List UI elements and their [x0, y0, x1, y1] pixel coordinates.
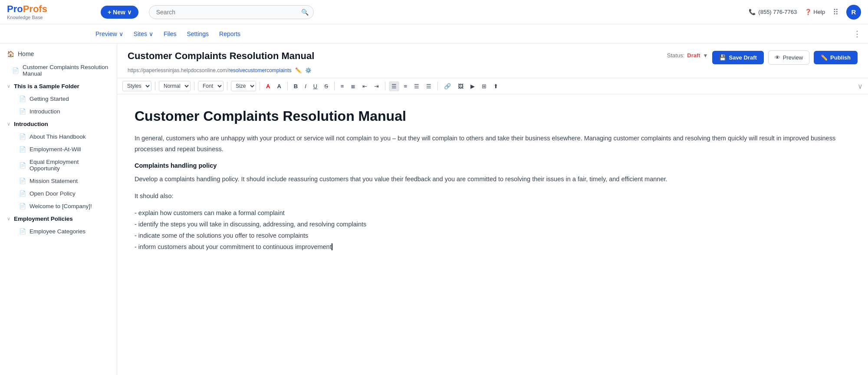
sidebar-item-employee-categories[interactable]: 📄 Employee Categories [0, 225, 117, 238]
save-icon: 💾 [719, 54, 726, 61]
section1-heading: Complaints handling policy [135, 160, 851, 171]
sidebar-item-home[interactable]: 🏠 Home [0, 47, 117, 61]
search-input[interactable] [149, 5, 314, 19]
increase-indent-button[interactable]: ⇥ [372, 81, 381, 91]
nav-sites[interactable]: Sites ∨ [134, 29, 153, 39]
search-bar: 🔍 [149, 5, 314, 19]
toolbar-divider [227, 82, 227, 90]
sidebar-item-welcome[interactable]: 📄 Welcome to [Company]! [0, 200, 117, 212]
sidebar-item-employment-policies-folder[interactable]: ∨ Employment Policies [0, 212, 117, 225]
home-icon: 🏠 [7, 50, 14, 57]
top-nav: ProProfs Knowledge Base + New ∨ 🔍 📞 (855… [0, 0, 868, 24]
sidebar-item-getting-started[interactable]: 📄 Getting Started [0, 93, 117, 105]
nav-settings[interactable]: Settings [187, 29, 209, 39]
media-button[interactable]: ▶ [468, 81, 477, 91]
styles-select[interactable]: Styles [122, 81, 151, 91]
align-justify-button[interactable]: ☰ [424, 81, 434, 91]
table-button[interactable]: ⊞ [479, 81, 489, 91]
toolbar-expand-icon[interactable]: ∨ [858, 82, 863, 90]
sidebar-item-introduction-1[interactable]: 📄 Introduction [0, 105, 117, 118]
save-draft-button[interactable]: 💾 Save Draft [712, 51, 763, 64]
new-button[interactable]: + New ∨ [101, 6, 138, 19]
toolbar-divider [437, 82, 438, 90]
doc-icon: 📄 [19, 108, 26, 115]
toolbar: Styles Normal Font Size A A B I U S ≡ [117, 78, 868, 94]
nav-preview[interactable]: Preview ∨ [95, 29, 123, 39]
link-button[interactable]: 🔗 [441, 81, 454, 91]
italic-button[interactable]: I [302, 81, 309, 91]
eye-icon: 👁 [775, 54, 780, 61]
main-layout: 🏠 Home 📄 Customer Complaints Resolution … [0, 43, 868, 375]
doc-icon: 📄 [19, 146, 26, 153]
doc-icon: 📄 [12, 67, 19, 74]
upload-button[interactable]: ⬆ [491, 81, 501, 91]
sidebar-item-mission-statement[interactable]: 📄 Mission Statement [0, 175, 117, 187]
sidebar-item-about-handbook[interactable]: 📄 About This Handbook [0, 130, 117, 143]
logo-block: ProProfs Knowledge Base [7, 4, 47, 20]
more-options-icon[interactable]: ⋮ [853, 29, 861, 39]
text-cursor [332, 243, 332, 250]
font-color-button[interactable]: A [263, 81, 273, 91]
content-area: Customer Complaints Resolution Manual St… [117, 43, 868, 375]
sidebar-item-sample-folder[interactable]: ∨ This is a Sample Folder [0, 80, 117, 93]
list-item-3: - indicate some of the solutions you off… [135, 230, 851, 241]
align-right-button[interactable]: ☰ [411, 81, 422, 91]
list-item-2: - identify the steps you will take in di… [135, 219, 851, 230]
logo-area: ProProfs Knowledge Base [7, 4, 94, 20]
sidebar-item-equal-employment[interactable]: 📄 Equal Employment Opportunity [0, 156, 117, 175]
list-item-1: - explain how customers can make a forma… [135, 207, 851, 219]
toolbar-divider [287, 82, 288, 90]
ordered-list-button[interactable]: ≡ [338, 81, 347, 91]
sidebar-item-introduction-folder[interactable]: ∨ Introduction [0, 118, 117, 130]
toolbar-divider [260, 82, 260, 90]
format-select[interactable]: Normal [159, 81, 191, 91]
preview-button[interactable]: 👁 Preview [768, 50, 809, 65]
logo-text: ProProfs [7, 4, 47, 14]
doc-icon: 📄 [19, 228, 26, 235]
edit-url-icon[interactable]: ✏️ [295, 67, 302, 73]
sidebar: 🏠 Home 📄 Customer Complaints Resolution … [0, 43, 117, 375]
align-center-button[interactable]: ≡ [401, 81, 410, 91]
list-item-4: - inform customers about your commitment… [135, 241, 851, 252]
unordered-list-button[interactable]: ≣ [348, 81, 358, 91]
second-nav: Preview ∨ Sites ∨ Files Settings Reports… [0, 24, 868, 43]
url-text: https://paperlessninjas.helpdocsonline.c… [128, 67, 292, 73]
logo-sub: Knowledge Base [7, 15, 47, 20]
chevron-down-icon: ∨ [7, 216, 10, 222]
phone-icon: 📞 [749, 9, 756, 15]
sidebar-item-employment-at-will[interactable]: 📄 Employment-At-Will [0, 143, 117, 156]
chevron-down-icon: ∨ [7, 121, 10, 127]
doc-icon: 📄 [19, 190, 26, 197]
strikethrough-button[interactable]: S [322, 81, 331, 91]
settings-url-icon[interactable]: ⚙️ [305, 67, 312, 73]
nav-files[interactable]: Files [164, 29, 177, 39]
help-icon: ❓ [805, 9, 812, 15]
status-chevron-icon[interactable]: ▼ [703, 53, 708, 59]
search-icon: 🔍 [301, 9, 309, 16]
size-select[interactable]: Size [231, 81, 256, 91]
sidebar-item-ccrm[interactable]: 📄 Customer Complaints Resolution Manual [0, 61, 117, 80]
decrease-indent-button[interactable]: ⇤ [360, 81, 370, 91]
grid-icon[interactable]: ⠿ [833, 7, 838, 17]
nav-reports[interactable]: Reports [219, 29, 240, 39]
header-actions: Status: Draft ▼ 💾 Save Draft 👁 Preview ✏… [667, 50, 858, 65]
help-link[interactable]: ❓ Help [805, 9, 825, 15]
intro-paragraph: In general, customers who are unhappy wi… [135, 133, 851, 154]
underline-button[interactable]: U [311, 81, 320, 91]
publish-button[interactable]: ✏️ Publish [814, 51, 858, 64]
avatar[interactable]: R [846, 5, 861, 20]
font-select[interactable]: Font [198, 81, 224, 91]
article-body: In general, customers who are unhappy wi… [135, 133, 851, 253]
chevron-down-icon: ∨ [149, 30, 153, 37]
editor-area[interactable]: Customer Complaints Resolution Manual In… [117, 94, 868, 375]
doc-icon: 📄 [19, 96, 26, 102]
doc-icon: 📄 [19, 203, 26, 209]
align-left-button[interactable]: ☰ [389, 81, 399, 91]
bg-color-button[interactable]: A [274, 81, 283, 91]
toolbar-divider [385, 82, 385, 90]
chevron-down-icon: ∨ [119, 30, 123, 37]
sidebar-item-open-door[interactable]: 📄 Open Door Policy [0, 187, 117, 200]
doc-icon: 📄 [19, 178, 26, 184]
bold-button[interactable]: B [291, 81, 300, 91]
image-button[interactable]: 🖼 [455, 81, 466, 91]
